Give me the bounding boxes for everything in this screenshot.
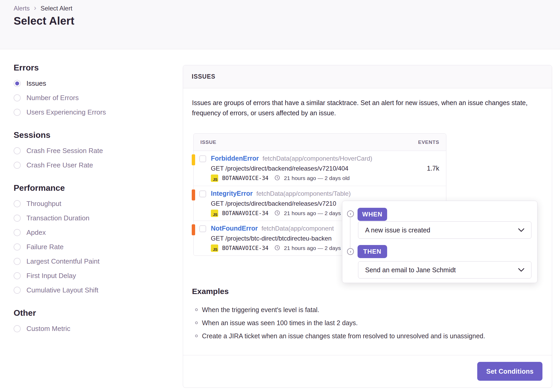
radio-dot bbox=[15, 81, 19, 85]
chevron-circle-icon: › bbox=[347, 248, 354, 255]
radio-option-issues[interactable]: Issues bbox=[14, 79, 171, 88]
sidebar-section-performance: PerformanceThroughputTransaction Duratio… bbox=[14, 183, 171, 295]
example-text: Create a JIRA ticket when an issue chang… bbox=[202, 332, 485, 340]
panel-header: ISSUES bbox=[183, 65, 552, 88]
issue-culprit: fetchData(app/component bbox=[261, 225, 334, 232]
issue-name-link[interactable]: ForbiddenError bbox=[211, 155, 259, 162]
issue-meta-line: JSBOTANAVOICE-3421 hours ago — 2 days ol… bbox=[211, 244, 350, 252]
radio-unselected-icon bbox=[14, 229, 21, 236]
radio-option-first-input-delay[interactable]: First Input Delay bbox=[14, 271, 171, 280]
radio-option-label: Crash Free Session Rate bbox=[26, 147, 103, 155]
then-action-select[interactable]: Send an email to Jane Schmidt bbox=[358, 261, 531, 279]
panel-footer-divider bbox=[183, 355, 552, 355]
issue-age: 21 hours ago — 2 days old bbox=[284, 175, 350, 181]
issue-path: GET /projects/btc-direct/btcdirecteu-bac… bbox=[211, 235, 332, 242]
radio-option-apdex[interactable]: Apdex bbox=[14, 228, 171, 237]
alert-rule-builder-card: › › WHEN A new issue is created THEN Sen… bbox=[342, 201, 537, 283]
when-condition-value: A new issue is created bbox=[365, 226, 430, 234]
sidebar-section-title: Sessions bbox=[14, 130, 171, 140]
radio-option-label: Failure Rate bbox=[26, 243, 64, 251]
radio-option-crash-free-session-rate[interactable]: Crash Free Session Rate bbox=[14, 146, 171, 155]
sidebar-section-other: OtherCustom Metric bbox=[14, 308, 171, 333]
sidebar-section-title: Performance bbox=[14, 183, 171, 193]
issue-level-bar bbox=[192, 189, 195, 200]
issue-culprit: fetchData(app/components/Table) bbox=[256, 190, 351, 197]
example-item: When the triggering event's level is fat… bbox=[195, 303, 485, 316]
issue-project-slug: BOTANAVOICE-34 bbox=[222, 245, 268, 251]
examples-heading: Examples bbox=[192, 287, 229, 296]
issue-name-link[interactable]: NotFoundError bbox=[211, 225, 258, 232]
bullet-icon bbox=[195, 308, 198, 311]
radio-option-transaction-duration[interactable]: Transaction Duration bbox=[14, 214, 171, 222]
example-item: Create a JIRA ticket when an issue chang… bbox=[195, 329, 485, 342]
bullet-icon bbox=[195, 322, 198, 324]
issue-checkbox[interactable] bbox=[199, 155, 206, 162]
clock-icon bbox=[274, 210, 280, 217]
chevron-down-icon bbox=[518, 228, 524, 232]
radio-unselected-icon bbox=[14, 258, 21, 265]
issue-level-bar bbox=[192, 154, 195, 165]
radio-option-label: Largest Contentful Paint bbox=[26, 257, 100, 265]
radio-option-label: Apdex bbox=[26, 228, 46, 237]
breadcrumb-chevron-icon: › bbox=[34, 5, 36, 11]
issue-title-line: NotFoundErrorfetchData(app/component bbox=[211, 225, 334, 232]
panel-header-title: ISSUES bbox=[192, 73, 215, 80]
issue-level-bar bbox=[192, 224, 195, 235]
breadcrumb-current: Select Alert bbox=[41, 5, 72, 12]
radio-option-crash-free-user-rate[interactable]: Crash Free User Rate bbox=[14, 161, 171, 170]
radio-option-cumulative-layout-shift[interactable]: Cumulative Layout Shift bbox=[14, 286, 171, 295]
column-header-events: EVENTS bbox=[418, 139, 439, 145]
issue-meta-line: JSBOTANAVOICE-3421 hours ago — 2 days ol… bbox=[211, 210, 350, 217]
issue-name-link[interactable]: IntegrityError bbox=[211, 190, 253, 197]
breadcrumb-alerts-link[interactable]: Alerts bbox=[14, 5, 30, 12]
clock-icon bbox=[274, 245, 280, 252]
radio-option-failure-rate[interactable]: Failure Rate bbox=[14, 242, 171, 251]
radio-unselected-icon bbox=[14, 287, 21, 294]
radio-option-label: Crash Free User Rate bbox=[26, 161, 93, 169]
radio-option-custom-metric[interactable]: Custom Metric bbox=[14, 324, 171, 333]
javascript-platform-icon: JS bbox=[211, 210, 218, 217]
radio-option-label: Issues bbox=[26, 79, 46, 88]
javascript-platform-icon: JS bbox=[211, 175, 218, 182]
radio-option-label: Users Experiencing Errors bbox=[26, 108, 106, 116]
page-title: Select Alert bbox=[14, 15, 74, 27]
radio-unselected-icon bbox=[14, 243, 21, 251]
radio-option-number-of-errors[interactable]: Number of Errors bbox=[14, 93, 171, 102]
radio-option-throughput[interactable]: Throughput bbox=[14, 199, 171, 208]
issue-culprit: fetchData(app/components/HoverCard) bbox=[262, 155, 372, 162]
radio-option-label: First Input Delay bbox=[26, 272, 76, 280]
when-condition-select[interactable]: A new issue is created bbox=[358, 221, 531, 239]
issue-title-line: ForbiddenErrorfetchData(app/components/H… bbox=[211, 155, 372, 162]
issue-title-line: IntegrityErrorfetchData(app/components/T… bbox=[211, 190, 351, 197]
example-text: When the triggering event's level is fat… bbox=[202, 306, 319, 314]
issue-meta-line: JSBOTANAVOICE-3421 hours ago — 2 days ol… bbox=[211, 175, 350, 182]
issue-path: GET /projects/direct/backend/releases/v7… bbox=[211, 165, 348, 172]
when-badge: WHEN bbox=[358, 208, 387, 221]
issues-description: Issues are groups of errors that have a … bbox=[192, 98, 544, 118]
radio-option-label: Transaction Duration bbox=[26, 214, 89, 222]
radio-option-label: Cumulative Layout Shift bbox=[26, 286, 98, 294]
set-conditions-button[interactable]: Set Conditions bbox=[477, 362, 542, 381]
examples-list: When the triggering event's level is fat… bbox=[195, 303, 485, 342]
then-badge: THEN bbox=[358, 245, 387, 258]
radio-unselected-icon bbox=[14, 200, 21, 207]
radio-option-label: Throughput bbox=[26, 200, 61, 208]
sidebar-section-title: Other bbox=[14, 308, 171, 318]
issue-checkbox[interactable] bbox=[199, 190, 206, 197]
page-header: Alerts › Select Alert Select Alert bbox=[0, 0, 560, 49]
issue-project-slug: BOTANAVOICE-34 bbox=[222, 210, 268, 216]
radio-unselected-icon bbox=[14, 215, 21, 222]
radio-option-users-experiencing-errors[interactable]: Users Experiencing Errors bbox=[14, 108, 171, 117]
issue-checkbox[interactable] bbox=[199, 225, 206, 232]
chevron-circle-icon: › bbox=[347, 210, 354, 217]
issues-table-header: ISSUE EVENTS bbox=[194, 134, 446, 151]
breadcrumb: Alerts › Select Alert bbox=[14, 5, 72, 12]
issue-age: 21 hours ago — 2 days old bbox=[284, 210, 350, 216]
javascript-platform-icon: JS bbox=[211, 244, 218, 252]
bullet-icon bbox=[195, 335, 198, 337]
issue-project-slug: BOTANAVOICE-34 bbox=[222, 175, 268, 181]
sidebar-section-title: Errors bbox=[14, 63, 171, 73]
radio-option-largest-contentful-paint[interactable]: Largest Contentful Paint bbox=[14, 257, 171, 266]
issue-events-count: 1.7k bbox=[427, 165, 439, 172]
radio-unselected-icon bbox=[14, 109, 21, 116]
